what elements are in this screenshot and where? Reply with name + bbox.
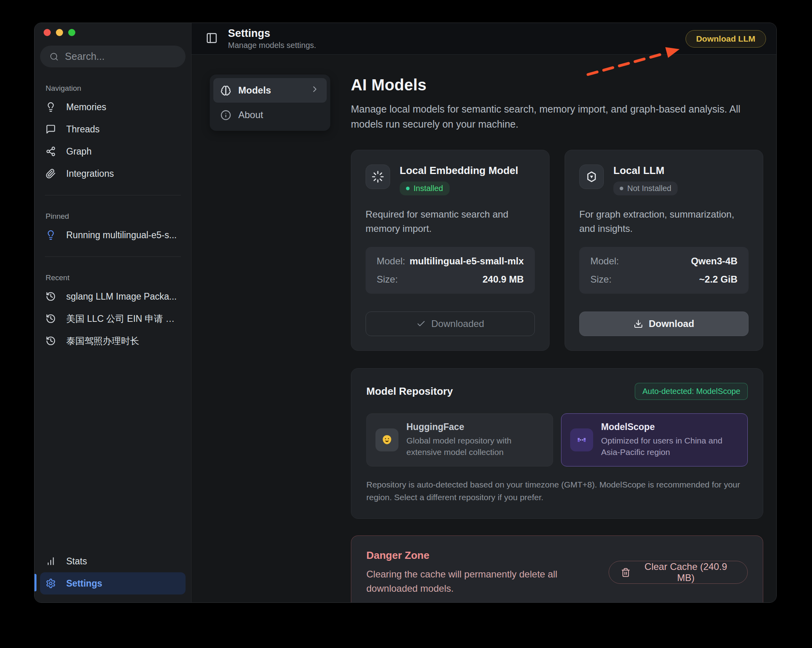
- toggle-sidebar-button[interactable]: [206, 32, 218, 46]
- button-label: Clear Cache (240.9 MB): [636, 561, 735, 583]
- settings-content: Models About AI Models Manage local mode…: [192, 55, 776, 603]
- share-nodes-icon: [46, 146, 56, 157]
- sidebar-item-label: Settings: [66, 578, 102, 589]
- model-label: Model:: [377, 256, 405, 267]
- info-icon: [220, 110, 231, 120]
- section-description: Manage local models for semantic search,…: [351, 102, 763, 132]
- sidebar-divider: [45, 256, 181, 257]
- app-window: Navigation Memories Threads Graph Integr…: [34, 23, 777, 603]
- brain-icon: [220, 85, 231, 96]
- danger-zone-text: Danger Zone Clearing the cache will perm…: [366, 549, 609, 596]
- danger-zone-title: Danger Zone: [366, 549, 609, 562]
- huggingface-icon: [381, 434, 393, 446]
- download-button[interactable]: Download: [579, 312, 749, 336]
- models-section: AI Models Manage local models for semant…: [351, 55, 763, 603]
- search-input[interactable]: [65, 51, 176, 62]
- window-controls: [40, 23, 186, 36]
- bar-chart-icon: [46, 556, 56, 566]
- size-label: Size:: [377, 274, 398, 285]
- model-card-title: Local Embedding Model: [400, 164, 518, 177]
- sidebar-item-label: Graph: [66, 146, 92, 157]
- embedding-model-card: Local Embedding Model Installed Required…: [351, 150, 550, 351]
- history-icon: [46, 336, 56, 346]
- search-icon: [50, 52, 59, 62]
- sidebar-item-integrations[interactable]: Integrations: [40, 162, 186, 185]
- llm-icon-tile: [579, 164, 604, 189]
- tab-models[interactable]: Models: [213, 78, 327, 103]
- gear-icon: [46, 578, 56, 589]
- sidebar-item-label: Running multilingual-e5-s...: [66, 230, 177, 241]
- sidebar-item-memories[interactable]: Memories: [40, 96, 186, 118]
- page-header: Settings Manage models settings. Downloa…: [192, 23, 776, 55]
- tab-label: About: [238, 109, 263, 120]
- sidebar-item-stats[interactable]: Stats: [40, 550, 186, 572]
- download-llm-button[interactable]: Download LLM: [686, 30, 766, 48]
- size-value: 240.9 MB: [483, 274, 524, 285]
- header-titles: Settings Manage models settings.: [228, 27, 316, 50]
- auto-detected-badge: Auto-detected: ModelScope: [635, 383, 748, 400]
- lightbulb-icon: [46, 102, 56, 112]
- sidebar-item-label: Stats: [66, 556, 87, 567]
- size-label: Size:: [590, 274, 611, 285]
- panel-left-icon: [206, 32, 218, 44]
- section-title: AI Models: [351, 76, 763, 94]
- model-info-box: Model: multilingual-e5-small-mlx Size: 2…: [366, 247, 535, 294]
- model-card-title: Local LLM: [613, 164, 678, 177]
- sidebar-item-label: Integrations: [66, 168, 114, 179]
- repository-option-modelscope[interactable]: ModelScope Optimized for users in China …: [561, 413, 748, 466]
- huggingface-icon-tile: [375, 428, 398, 451]
- sidebar-footer: Stats Settings: [40, 550, 186, 602]
- sidebar: Navigation Memories Threads Graph Integr…: [34, 23, 192, 602]
- history-icon: [46, 313, 56, 324]
- clear-cache-button[interactable]: Clear Cache (240.9 MB): [609, 561, 748, 584]
- tab-about[interactable]: About: [213, 103, 327, 127]
- repository-option-description: Global model repository with extensive m…: [406, 435, 544, 458]
- sidebar-item-label: Threads: [66, 124, 100, 135]
- chevron-right-icon: [310, 84, 320, 96]
- repository-option-name: ModelScope: [601, 422, 739, 432]
- lightbulb-icon: [46, 230, 56, 240]
- model-value: Qwen3-4B: [691, 256, 737, 267]
- sidebar-item-graph[interactable]: Graph: [40, 140, 186, 162]
- sidebar-item-label: sglang LLM Image Packa...: [66, 291, 177, 302]
- page-subtitle: Manage models settings.: [228, 41, 316, 50]
- sidebar-item-threads[interactable]: Threads: [40, 118, 186, 140]
- status-badge: Not Installed: [613, 182, 678, 195]
- danger-zone-card: Danger Zone Clearing the cache will perm…: [351, 535, 763, 603]
- status-label: Installed: [414, 184, 443, 193]
- active-indicator: [34, 574, 36, 591]
- close-window-button[interactable]: [44, 29, 51, 36]
- check-icon: [416, 319, 426, 329]
- sidebar-item-recent-thread[interactable]: 泰国驾照办理时长: [40, 330, 186, 352]
- modelscope-icon-tile: [570, 428, 593, 451]
- sidebar-item-recent-thread[interactable]: 美国 LLC 公司 EIN 申请 Ap...: [40, 308, 186, 330]
- model-repository-card: Model Repository Auto-detected: ModelSco…: [351, 368, 763, 519]
- tab-label: Models: [238, 85, 271, 96]
- downloaded-button[interactable]: Downloaded: [366, 312, 535, 336]
- chat-bubble-icon: [46, 124, 56, 134]
- repository-options: HuggingFace Global model repository with…: [366, 413, 748, 466]
- status-dot: [620, 187, 623, 190]
- sidebar-item-settings[interactable]: Settings: [40, 572, 186, 594]
- minimize-window-button[interactable]: [56, 29, 63, 36]
- button-label: Downloaded: [431, 318, 484, 329]
- repository-option-huggingface[interactable]: HuggingFace Global model repository with…: [366, 413, 553, 466]
- main-pane: Settings Manage models settings. Downloa…: [192, 23, 776, 602]
- danger-zone-description: Clearing the cache will permanently dele…: [366, 567, 609, 596]
- sidebar-item-pinned-running-model[interactable]: Running multilingual-e5-s...: [40, 224, 186, 246]
- sidebar-section-label: Navigation: [46, 84, 186, 93]
- model-label: Model:: [590, 256, 619, 267]
- page-title: Settings: [228, 27, 316, 40]
- status-label: Not Installed: [627, 184, 671, 193]
- spinner-icon-tile: [366, 164, 390, 189]
- repository-title: Model Repository: [366, 385, 453, 398]
- download-icon: [634, 319, 643, 329]
- local-llm-card: Local LLM Not Installed For graph extrac…: [565, 150, 763, 351]
- button-label: Download: [649, 318, 694, 329]
- sidebar-item-label: 泰国驾照办理时长: [66, 335, 139, 347]
- zoom-window-button[interactable]: [68, 29, 75, 36]
- status-dot: [406, 187, 410, 190]
- sidebar-item-recent-thread[interactable]: sglang LLM Image Packa...: [40, 285, 186, 308]
- search-box[interactable]: [40, 46, 186, 67]
- status-badge: Installed: [400, 182, 450, 195]
